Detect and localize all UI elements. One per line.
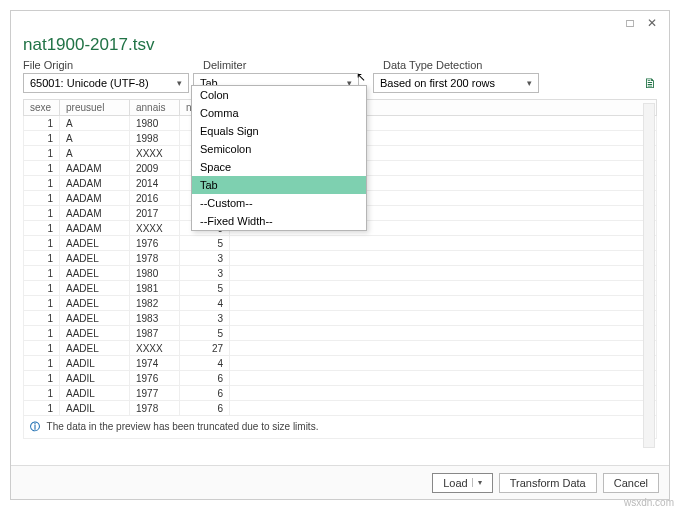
table-row[interactable]: 1AADIL19776 <box>24 386 657 401</box>
info-icon: ⓘ <box>30 421 40 432</box>
load-button[interactable]: Load ▾ <box>432 473 492 493</box>
detection-value: Based on first 200 rows <box>380 77 495 89</box>
cell-nombre: 6 <box>180 371 230 386</box>
cell-blank <box>230 281 657 296</box>
cell-blank <box>230 326 657 341</box>
cell-preusuel: A <box>60 131 130 146</box>
table-row[interactable]: 1AADEL19783 <box>24 251 657 266</box>
cell-nombre: 3 <box>180 251 230 266</box>
delimiter-options-list[interactable]: ColonCommaEquals SignSemicolonSpaceTab--… <box>191 85 367 231</box>
table-row[interactable]: 1AADEL19765 <box>24 236 657 251</box>
cell-blank <box>230 356 657 371</box>
delimiter-option[interactable]: Comma <box>192 104 366 122</box>
vertical-scrollbar[interactable] <box>643 103 655 448</box>
delimiter-option[interactable]: Equals Sign <box>192 122 366 140</box>
cell-preusuel: AADIL <box>60 371 130 386</box>
cell-sexe: 1 <box>24 191 60 206</box>
cell-preusuel: AADEL <box>60 326 130 341</box>
table-row[interactable]: 1AADEL19803 <box>24 266 657 281</box>
truncation-row: ⓘ The data in the preview has been trunc… <box>24 416 657 439</box>
table-row[interactable]: 1AADEL19824 <box>24 296 657 311</box>
cell-annais: 1983 <box>130 311 180 326</box>
col-preusuel[interactable]: preusuel <box>60 100 130 116</box>
cell-sexe: 1 <box>24 326 60 341</box>
file-origin-dropdown[interactable]: 65001: Unicode (UTF-8) ▾ <box>23 73 189 93</box>
delimiter-option[interactable]: Colon <box>192 86 366 104</box>
cell-preusuel: AADEL <box>60 296 130 311</box>
table-row[interactable]: 1AADEL19833 <box>24 311 657 326</box>
cell-preusuel: AADIL <box>60 356 130 371</box>
table-row[interactable]: 1AADELXXXX27 <box>24 341 657 356</box>
file-origin-label: File Origin <box>23 59 203 71</box>
delimiter-option[interactable]: --Custom-- <box>192 194 366 212</box>
table-row[interactable]: 1AADIL19786 <box>24 401 657 416</box>
dialog-window: □ ✕ nat1900-2017.tsv File Origin Delimit… <box>10 10 670 500</box>
cell-sexe: 1 <box>24 116 60 131</box>
cell-preusuel: A <box>60 116 130 131</box>
cancel-button[interactable]: Cancel <box>603 473 659 493</box>
cell-sexe: 1 <box>24 371 60 386</box>
cell-annais: 2009 <box>130 161 180 176</box>
refresh-icon[interactable]: 🗎 <box>643 75 657 91</box>
delimiter-option[interactable]: Tab <box>192 176 366 194</box>
cell-annais: 1976 <box>130 371 180 386</box>
col-annais[interactable]: annais <box>130 100 180 116</box>
cell-preusuel: AADEL <box>60 236 130 251</box>
cell-annais: 1974 <box>130 356 180 371</box>
cell-annais: 1987 <box>130 326 180 341</box>
cell-sexe: 1 <box>24 341 60 356</box>
cell-nombre: 3 <box>180 266 230 281</box>
cell-annais: 1982 <box>130 296 180 311</box>
cell-blank <box>230 371 657 386</box>
cell-annais: 2014 <box>130 176 180 191</box>
close-icon[interactable]: ✕ <box>641 14 663 32</box>
cell-blank <box>230 296 657 311</box>
chevron-down-icon: ▾ <box>177 78 182 88</box>
delimiter-option[interactable]: Semicolon <box>192 140 366 158</box>
cell-nombre: 3 <box>180 311 230 326</box>
cell-sexe: 1 <box>24 386 60 401</box>
cell-preusuel: AADAM <box>60 161 130 176</box>
cell-nombre: 4 <box>180 296 230 311</box>
cell-preusuel: AADIL <box>60 386 130 401</box>
transform-data-button[interactable]: Transform Data <box>499 473 597 493</box>
delimiter-option[interactable]: Space <box>192 158 366 176</box>
cell-sexe: 1 <box>24 311 60 326</box>
cell-annais: 1978 <box>130 251 180 266</box>
table-row[interactable]: 1AADEL19815 <box>24 281 657 296</box>
cell-preusuel: AADEL <box>60 311 130 326</box>
chevron-down-icon: ▾ <box>527 78 532 88</box>
cell-sexe: 1 <box>24 146 60 161</box>
cell-nombre: 5 <box>180 281 230 296</box>
table-row[interactable]: 1AADIL19744 <box>24 356 657 371</box>
dialog-footer: Load ▾ Transform Data Cancel <box>11 465 669 499</box>
delimiter-option[interactable]: --Fixed Width-- <box>192 212 366 230</box>
cursor-icon: ↖ <box>356 70 366 84</box>
cell-sexe: 1 <box>24 401 60 416</box>
cell-preusuel: AADAM <box>60 176 130 191</box>
detection-dropdown[interactable]: Based on first 200 rows ▾ <box>373 73 539 93</box>
cell-annais: 1978 <box>130 401 180 416</box>
cell-blank <box>230 401 657 416</box>
cell-preusuel: AADIL <box>60 401 130 416</box>
col-sexe[interactable]: sexe <box>24 100 60 116</box>
cell-sexe: 1 <box>24 221 60 236</box>
cell-preusuel: AADAM <box>60 191 130 206</box>
cell-annais: XXXX <box>130 221 180 236</box>
file-title: nat1900-2017.tsv <box>11 35 669 59</box>
cell-nombre: 6 <box>180 386 230 401</box>
maximize-icon[interactable]: □ <box>619 14 641 32</box>
cell-blank <box>230 341 657 356</box>
table-row[interactable]: 1AADEL19875 <box>24 326 657 341</box>
cell-preusuel: AADAM <box>60 206 130 221</box>
cell-nombre: 6 <box>180 401 230 416</box>
cell-annais: XXXX <box>130 341 180 356</box>
cell-blank <box>230 266 657 281</box>
cell-nombre: 5 <box>180 236 230 251</box>
chevron-down-icon[interactable]: ▾ <box>472 478 482 487</box>
table-row[interactable]: 1AADIL19766 <box>24 371 657 386</box>
file-origin-value: 65001: Unicode (UTF-8) <box>30 77 149 89</box>
cell-sexe: 1 <box>24 281 60 296</box>
load-label: Load <box>443 477 467 489</box>
cell-nombre: 4 <box>180 356 230 371</box>
